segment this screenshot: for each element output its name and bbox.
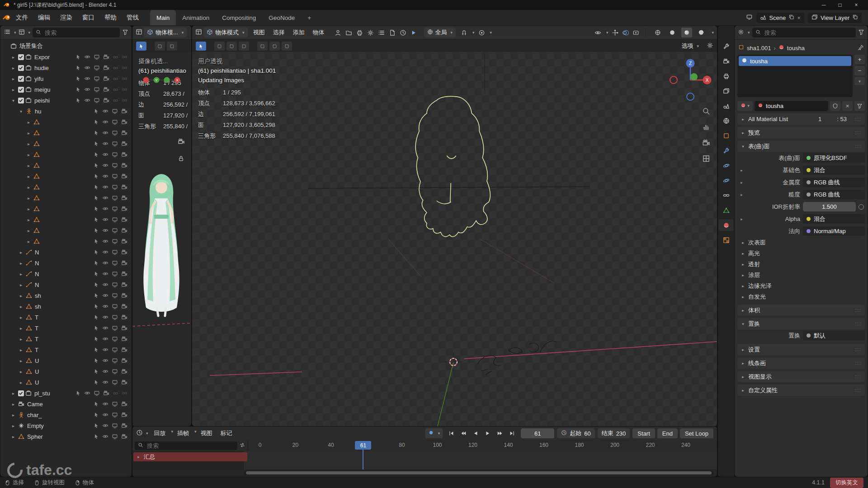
selectable-toggle-icon[interactable]	[94, 401, 99, 407]
skiplast-button[interactable]	[506, 428, 518, 438]
visibility-toggle-icon[interactable]	[102, 119, 108, 125]
disclosure-closed-icon[interactable]: ▸	[25, 196, 32, 201]
override-toggle-icon[interactable]	[122, 390, 127, 396]
disclosure-closed-icon[interactable]: ▸	[739, 168, 744, 173]
dopesheet-area[interactable]: ▸ 汇总	[132, 451, 717, 469]
close-button[interactable]: ×	[848, 0, 864, 10]
selectable-toggle-icon[interactable]	[94, 152, 99, 157]
render-disable-toggle-icon[interactable]	[121, 260, 127, 266]
selectable-toggle-icon[interactable]	[94, 282, 99, 287]
tool-button[interactable]	[167, 42, 177, 51]
render-disable-toggle-icon[interactable]	[103, 97, 109, 103]
disclosure-closed-icon[interactable]: ▸	[18, 337, 24, 342]
outliner-row[interactable]: ▸	[0, 203, 132, 214]
properties-tab-world[interactable]	[719, 115, 733, 127]
disclosure-closed-icon[interactable]: ▸	[25, 131, 32, 136]
outliner-row[interactable]: ▸Came	[0, 399, 132, 409]
new-scene-icon[interactable]	[788, 14, 794, 20]
editor-type-icon[interactable]	[4, 28, 10, 35]
frame-start-field[interactable]: 起始 60	[557, 428, 594, 438]
disclosure-closed-icon[interactable]: ▸	[25, 120, 32, 125]
drag-dots-icon[interactable]: ::::	[855, 117, 862, 122]
disclosure-closed-icon[interactable]: ▸	[25, 152, 32, 157]
editor-type-icon[interactable]	[136, 28, 142, 35]
material-slot-selected[interactable]: tousha	[739, 56, 851, 66]
viewport-disable-toggle-icon[interactable]	[94, 86, 100, 93]
playrev-button[interactable]	[470, 428, 481, 438]
menu-编辑[interactable]: 编辑	[33, 10, 55, 25]
value-dropdown[interactable]: Normal/Map	[803, 226, 865, 236]
viewport-disable-toggle-icon[interactable]	[112, 325, 118, 331]
disclosure-closed-icon[interactable]: ▸	[10, 391, 17, 396]
render-disable-toggle-icon[interactable]	[121, 238, 127, 244]
user-icon[interactable]	[335, 29, 341, 36]
editor-type-icon[interactable]	[738, 29, 744, 35]
viewport-canvas[interactable]: 用户透视 (61) peishiliantiao | sha1.001 Upda…	[192, 52, 717, 426]
override-toggle-icon[interactable]	[122, 98, 127, 103]
selectable-toggle-icon[interactable]	[94, 206, 99, 211]
outliner-row[interactable]: ▸	[0, 160, 132, 171]
value-dropdown[interactable]: 混合	[803, 165, 865, 175]
render-disable-toggle-icon[interactable]	[121, 119, 127, 125]
selectable-toggle-icon[interactable]	[94, 358, 99, 363]
drag-dots-icon[interactable]: ::::	[855, 388, 862, 393]
viewport-disable-toggle-icon[interactable]	[112, 141, 118, 147]
viewport-disable-toggle-icon[interactable]	[112, 238, 118, 244]
outliner-row[interactable]: ▸sh	[0, 290, 132, 301]
selectable-toggle-icon[interactable]	[94, 119, 99, 125]
mini-axis-gizmo[interactable]: Y X	[142, 75, 184, 85]
render-disable-toggle-icon[interactable]	[121, 433, 127, 440]
outliner-row[interactable]: ▸	[0, 236, 132, 247]
link-toggle-icon[interactable]	[113, 87, 118, 93]
decorator-icon[interactable]	[859, 204, 864, 210]
properties-tab-modifiers[interactable]	[719, 145, 733, 156]
outliner-row[interactable]: ▸	[0, 225, 132, 236]
selectable-toggle-icon[interactable]	[75, 76, 81, 81]
disclosure-closed-icon[interactable]: ▸	[25, 217, 32, 222]
render-disable-toggle-icon[interactable]	[121, 357, 127, 364]
drag-dots-icon[interactable]: ::::	[855, 144, 862, 149]
selectable-toggle-icon[interactable]	[94, 304, 99, 309]
link-toggle-icon[interactable]	[113, 65, 118, 71]
render-disable-toggle-icon[interactable]	[121, 336, 127, 342]
play-button[interactable]	[482, 428, 494, 438]
tool-button[interactable]	[226, 42, 237, 51]
render-disable-toggle-icon[interactable]	[121, 184, 127, 190]
properties-tab-material[interactable]	[719, 219, 733, 231]
start-button[interactable]: Start	[632, 428, 655, 438]
properties-tab-output[interactable]	[719, 70, 733, 82]
lock-icon[interactable]	[178, 155, 184, 162]
collection-checkbox[interactable]	[18, 87, 24, 93]
visibility-toggle-icon[interactable]	[102, 216, 108, 223]
slot-specials-button[interactable]: ▾	[854, 77, 865, 85]
visibility-toggle-icon[interactable]	[102, 195, 108, 201]
visibility-toggle-icon[interactable]	[102, 162, 108, 169]
disclosure-closed-icon[interactable]: ▸	[10, 76, 17, 81]
disclosure-closed-icon[interactable]: ▸	[18, 250, 24, 255]
tool-button[interactable]	[282, 42, 292, 51]
link-toggle-icon[interactable]	[113, 98, 118, 103]
editor-type-icon[interactable]	[136, 429, 143, 436]
render-disable-toggle-icon[interactable]	[121, 130, 127, 136]
disclosure-closed-icon[interactable]: ▸	[18, 358, 24, 363]
unlink-material-button[interactable]: ×	[842, 101, 853, 111]
outliner-row[interactable]: ▸meigu	[0, 84, 132, 95]
fastfwd-button[interactable]	[494, 428, 506, 438]
disclosure-closed-icon[interactable]: ▸	[10, 402, 17, 407]
outliner-row[interactable]: ▸	[0, 171, 132, 182]
value-slider[interactable]: 1.500	[803, 202, 856, 211]
disclosure-closed-icon[interactable]: ▸	[25, 185, 32, 190]
subpanel-header[interactable]: ▸自发光	[737, 291, 865, 302]
render-disable-toggle-icon[interactable]	[121, 271, 127, 277]
properties-tab-view-layer[interactable]	[719, 85, 733, 97]
selectable-toggle-icon[interactable]	[75, 390, 81, 396]
subpanel-header[interactable]: ▸涂层	[737, 270, 865, 281]
remove-slot-button[interactable]: −	[854, 66, 865, 75]
visibility-toggle-icon[interactable]	[102, 357, 108, 364]
visibility-toggle-icon[interactable]	[102, 151, 108, 158]
outliner-row[interactable]: ▸hudie	[0, 62, 132, 73]
visibility-toggle-icon[interactable]	[102, 379, 108, 385]
tool-button[interactable]	[214, 42, 225, 51]
viewport-disable-toggle-icon[interactable]	[112, 119, 118, 125]
disclosure-closed-icon[interactable]: ▸	[18, 282, 24, 287]
